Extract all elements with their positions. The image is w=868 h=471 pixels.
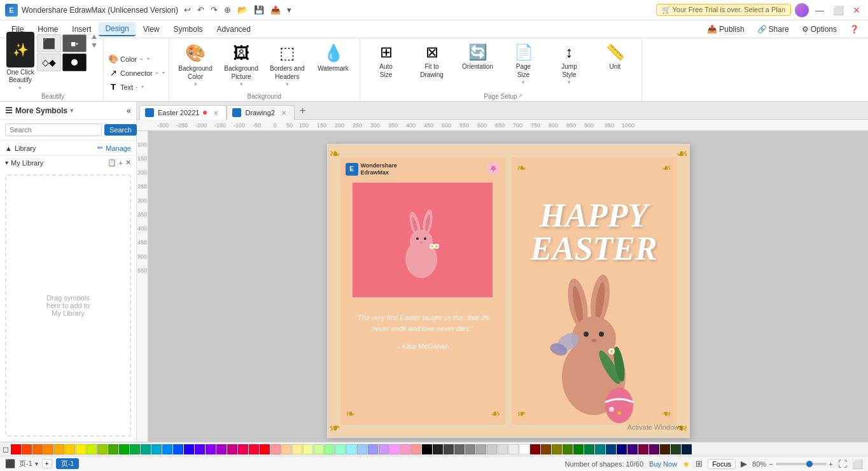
watermark-btn[interactable]: 💧 Watermark <box>311 41 356 75</box>
palette-color-swatch[interactable] <box>433 444 443 454</box>
menu-advanced[interactable]: Advanced <box>211 23 257 36</box>
tab-easter[interactable]: Easter 20221 ✕ <box>139 105 227 120</box>
help-btn[interactable]: ❓ <box>846 24 863 35</box>
palette-color-swatch[interactable] <box>584 444 594 454</box>
auto-size-btn[interactable]: ⊞ Auto Size <box>364 41 409 81</box>
palette-color-swatch[interactable] <box>357 444 367 454</box>
palette-color-swatch[interactable] <box>660 444 670 454</box>
add-page-btn[interactable]: + <box>42 459 52 468</box>
palette-color-swatch[interactable] <box>487 444 497 454</box>
palette-color-swatch[interactable] <box>638 444 648 454</box>
unit-btn[interactable]: 📏 Unit <box>593 41 638 73</box>
background-picture-btn[interactable]: 🖼 Background Picture ▾ <box>219 41 263 91</box>
palette-color-swatch[interactable] <box>216 444 227 454</box>
focus-btn[interactable]: Focus <box>708 459 736 469</box>
my-library-add-icon[interactable]: + <box>119 159 123 167</box>
layers-icon[interactable]: ⊞ <box>696 459 703 468</box>
text-tool-btn[interactable]: T Text - ▾ <box>108 81 165 93</box>
palette-color-swatch[interactable] <box>325 444 335 454</box>
palette-color-swatch[interactable] <box>108 444 118 454</box>
palette-color-swatch[interactable] <box>682 444 692 454</box>
palette-color-swatch[interactable] <box>422 444 432 454</box>
palette-color-swatch[interactable] <box>573 444 584 454</box>
palette-color-swatch[interactable] <box>368 444 378 454</box>
back-btn[interactable]: ↩ <box>182 4 193 15</box>
menu-symbols[interactable]: Symbols <box>167 23 209 36</box>
tab-close-drawing2[interactable]: ✕ <box>281 109 286 116</box>
palette-color-swatch[interactable] <box>238 444 248 454</box>
palette-color-swatch[interactable] <box>400 444 410 454</box>
redo-btn[interactable]: ↷ <box>209 4 220 15</box>
palette-color-swatch[interactable] <box>649 444 659 454</box>
search-button[interactable]: Search <box>104 124 137 136</box>
palette-color-swatch[interactable] <box>606 444 616 454</box>
undo-btn[interactable]: ↶ <box>195 4 206 15</box>
style-btn-2[interactable]: ◼▪ <box>62 34 87 52</box>
sidebar-collapse-btn[interactable]: « <box>127 106 131 115</box>
library-toggle-icon[interactable]: ▲ <box>5 144 12 152</box>
play-icon[interactable]: ▶ <box>741 459 747 468</box>
my-library-collapse-icon[interactable]: ▾ <box>5 159 8 166</box>
palette-color-swatch[interactable] <box>411 444 421 454</box>
menu-design[interactable]: Design <box>99 22 135 36</box>
palette-color-swatch[interactable] <box>552 444 562 454</box>
palette-color-swatch[interactable] <box>379 444 389 454</box>
style-btn-4[interactable] <box>62 53 87 71</box>
palette-color-swatch[interactable] <box>32 444 43 454</box>
palette-color-swatch[interactable] <box>97 444 108 454</box>
zoom-slider[interactable] <box>776 463 827 465</box>
borders-headers-btn[interactable]: ⬚ Borders and Headers ▾ <box>265 41 309 91</box>
one-click-beautify-btn[interactable]: ✨ One Click Beautify ▾ <box>6 32 34 92</box>
palette-color-swatch[interactable] <box>444 444 454 454</box>
canvas-content[interactable]: ❧ ❧ ❧ ❧ E Wondershare EdrawMax <box>148 131 868 442</box>
card-left[interactable]: E Wondershare EdrawMax <box>340 157 505 425</box>
palette-color-swatch[interactable] <box>260 444 270 454</box>
connector-tool-btn[interactable]: ↗ Connector ~ ▾ <box>108 67 165 79</box>
search-input[interactable] <box>5 123 102 136</box>
options-btn[interactable]: ⚙ Options <box>798 24 841 35</box>
zoom-minus-btn[interactable]: − <box>769 460 773 468</box>
publish-btn[interactable]: 📤 Publish <box>703 23 748 35</box>
palette-color-swatch[interactable] <box>141 444 151 454</box>
jump-style-btn[interactable]: ↕ Jump Style ▾ <box>547 41 592 89</box>
palette-color-swatch[interactable] <box>151 444 162 454</box>
fit-to-drawing-btn[interactable]: ⊠ Fit to Drawing <box>410 41 454 81</box>
palette-color-swatch[interactable] <box>270 444 281 454</box>
minimize-btn[interactable]: — <box>813 5 827 15</box>
new-btn[interactable]: ⊕ <box>222 4 233 15</box>
palette-color-swatch[interactable] <box>22 444 32 454</box>
close-btn[interactable]: ✕ <box>850 5 863 15</box>
palette-color-swatch[interactable] <box>627 444 638 454</box>
palette-color-swatch[interactable] <box>119 444 129 454</box>
tab-close-easter[interactable]: ✕ <box>213 109 218 116</box>
palette-color-swatch[interactable] <box>249 444 259 454</box>
page-setup-expand-icon[interactable]: ↗ <box>517 92 522 99</box>
style-btn-1[interactable]: ⬛ <box>37 34 61 52</box>
add-tab-btn[interactable]: + <box>295 102 311 119</box>
palette-color-swatch[interactable] <box>11 444 21 454</box>
palette-color-swatch[interactable] <box>346 444 356 454</box>
trial-button[interactable]: 🛒 Your Free Trial is over. Select a Plan <box>656 4 791 16</box>
zoom-plus-btn[interactable]: + <box>829 460 833 468</box>
easter-card[interactable]: ❧ ❧ ❧ ❧ E Wondershare EdrawMax <box>327 144 690 438</box>
beautify-icon-btn[interactable]: ✨ <box>6 32 34 67</box>
palette-color-swatch[interactable] <box>335 444 346 454</box>
page-indicator[interactable]: 页-1 <box>56 458 80 469</box>
palette-color-swatch[interactable] <box>65 444 75 454</box>
maximize-btn[interactable]: ⬜ <box>830 5 846 15</box>
ribbon-beautify-scroll[interactable]: ▲ ▼ <box>89 32 99 50</box>
palette-color-swatch[interactable] <box>303 444 313 454</box>
palette-color-swatch[interactable] <box>595 444 605 454</box>
tab-drawing2[interactable]: Drawing2 ✕ <box>227 105 294 120</box>
export-btn[interactable]: 📤 <box>269 4 283 15</box>
save-btn[interactable]: 💾 <box>252 4 266 15</box>
palette-color-swatch[interactable] <box>292 444 302 454</box>
palette-color-swatch[interactable] <box>227 444 237 454</box>
expand-view-btn[interactable]: ⬜ <box>852 459 863 469</box>
palette-color-swatch[interactable] <box>162 444 172 454</box>
panel-toggle-icon[interactable]: ⬛ <box>5 459 15 468</box>
user-avatar[interactable] <box>795 3 809 17</box>
palette-color-swatch[interactable] <box>498 444 508 454</box>
color-tool-btn[interactable]: 🎨 Color ~ ▾ <box>108 53 165 65</box>
palette-color-swatch[interactable] <box>563 444 573 454</box>
